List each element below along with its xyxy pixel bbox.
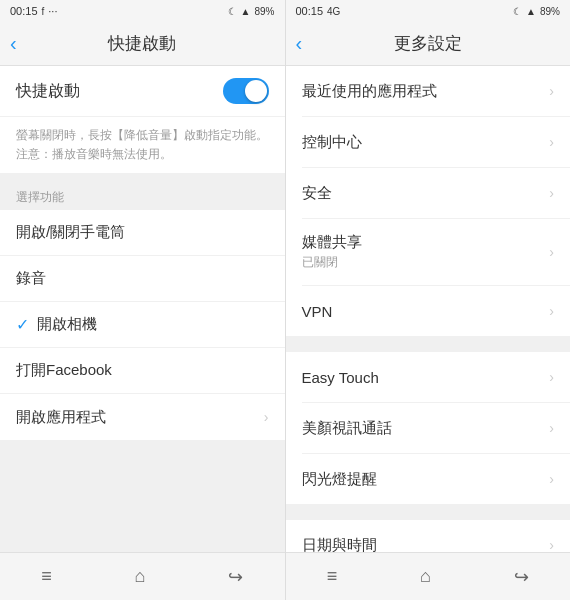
dots-icon: ··· [48,5,57,17]
fb-icon: f [42,6,45,17]
function-list: 開啟/關閉手電筒 錄音 ✓ 開啟相機 打開Facebook 開啟應用程式 › [0,210,285,440]
menu-title-datetime: 日期與時間 [302,536,550,553]
right-content: 最近使用的應用程式 › 控制中心 › 安全 › 媒體共享 [286,66,571,552]
item-text-record: 錄音 [16,269,269,288]
arrow-recent: › [549,83,554,99]
header-right: ‹ 更多設定 [286,22,571,66]
menu-group-2: Easy Touch › 美顏視訊通話 › 閃光燈提醒 › [286,352,571,504]
menu-icon-right: ≡ [327,566,338,587]
menu-title-vpn: VPN [302,303,550,320]
toggle-knob [245,80,267,102]
nav-menu-right[interactable]: ≡ [307,558,358,595]
arrow-security: › [549,185,554,201]
quick-launch-label: 快捷啟動 [16,81,80,102]
list-item-facebook[interactable]: 打開Facebook [0,348,285,394]
back-icon-right: ↩ [514,566,529,588]
menu-item-vpn[interactable]: VPN › [286,286,571,336]
back-button-right[interactable]: ‹ [296,32,303,55]
bottom-nav-left: ≡ ⌂ ↩ [0,552,285,600]
list-item-record[interactable]: 錄音 [0,256,285,302]
arrow-vpn: › [549,303,554,319]
group-divider-1 [286,344,571,352]
nav-home-right[interactable]: ⌂ [400,558,451,595]
menu-title-easy-touch: Easy Touch [302,369,550,386]
back-button-left[interactable]: ‹ [10,32,17,55]
battery-right: 89% [540,6,560,17]
list-item-open-app[interactable]: 開啟應用程式 › [0,394,285,440]
page-title-left: 快捷啟動 [108,32,176,55]
moon-icon-right: ☾ [513,6,522,17]
menu-title-media: 媒體共享 [302,233,550,252]
wifi-icon-right: ▲ [526,6,536,17]
menu-item-beauty-call[interactable]: 美顏視訊通話 › [286,403,571,453]
select-function-label: 選擇功能 [0,181,285,210]
item-text-facebook: 打開Facebook [16,361,269,380]
back-icon-left: ↩ [228,566,243,588]
menu-subtitle-media: 已關閉 [302,254,550,271]
status-time-right: 00:15 [296,5,324,17]
status-bar-right: 00:15 4G ☾ ▲ 89% [286,0,571,22]
nav-menu-left[interactable]: ≡ [21,558,72,595]
arrow-icon-app: › [264,409,269,425]
back-chevron-left: ‹ [10,32,17,55]
moon-icon: ☾ [228,6,237,17]
arrow-easy-touch: › [549,369,554,385]
left-screen: 00:15 f ··· ☾ ▲ 89% ‹ 快捷啟動 快捷啟動 螢幕關閉時，長按… [0,0,285,600]
quick-launch-toggle-row: 快捷啟動 [0,66,285,117]
page-title-right: 更多設定 [394,32,462,55]
arrow-datetime: › [549,537,554,552]
home-icon-left: ⌂ [135,566,146,587]
list-item-camera[interactable]: ✓ 開啟相機 [0,302,285,348]
menu-icon-left: ≡ [41,566,52,587]
menu-title-flash: 閃光燈提醒 [302,470,550,489]
item-text-camera: 開啟相機 [37,315,269,334]
menu-title-control: 控制中心 [302,133,550,152]
menu-item-recent-apps[interactable]: 最近使用的應用程式 › [286,66,571,116]
menu-group-1: 最近使用的應用程式 › 控制中心 › 安全 › 媒體共享 [286,66,571,336]
menu-title-recent: 最近使用的應用程式 [302,82,550,101]
arrow-flash: › [549,471,554,487]
quick-launch-toggle[interactable] [223,78,269,104]
battery-left: 89% [254,6,274,17]
nav-back-left[interactable]: ↩ [208,558,263,596]
menu-group-3: 日期與時間 › 定時任務 › 備份與重設 › [286,520,571,552]
home-icon-right: ⌂ [420,566,431,587]
nav-home-left[interactable]: ⌂ [115,558,166,595]
description-box: 螢幕關閉時，長按【降低音量】啟動指定功能。注意：播放音樂時無法使用。 [0,117,285,173]
left-content: 快捷啟動 螢幕關閉時，長按【降低音量】啟動指定功能。注意：播放音樂時無法使用。 … [0,66,285,552]
item-text-open-app: 開啟應用程式 [16,408,264,427]
menu-title-beauty: 美顏視訊通話 [302,419,550,438]
description-text: 螢幕關閉時，長按【降低音量】啟動指定功能。注意：播放音樂時無法使用。 [16,128,268,161]
menu-item-easy-touch[interactable]: Easy Touch › [286,352,571,402]
signal-icon-right: 4G [327,6,340,17]
status-time-left: 00:15 [10,5,38,17]
menu-item-datetime[interactable]: 日期與時間 › [286,520,571,552]
menu-item-flash-alert[interactable]: 閃光燈提醒 › [286,454,571,504]
menu-title-security: 安全 [302,184,550,203]
wifi-icon-left: ▲ [241,6,251,17]
menu-item-control-center[interactable]: 控制中心 › [286,117,571,167]
group-divider-2 [286,512,571,520]
right-screen: 00:15 4G ☾ ▲ 89% ‹ 更多設定 最近使用的應用程式 › [286,0,571,600]
nav-back-right[interactable]: ↩ [494,558,549,596]
arrow-control: › [549,134,554,150]
arrow-beauty: › [549,420,554,436]
bottom-nav-right: ≡ ⌂ ↩ [286,552,571,600]
list-item-torch[interactable]: 開啟/關閉手電筒 [0,210,285,256]
back-chevron-right: ‹ [296,32,303,55]
check-icon: ✓ [16,315,29,334]
menu-item-media-share[interactable]: 媒體共享 已關閉 › [286,219,571,285]
menu-item-security[interactable]: 安全 › [286,168,571,218]
header-left: ‹ 快捷啟動 [0,22,285,66]
status-bar-left: 00:15 f ··· ☾ ▲ 89% [0,0,285,22]
arrow-media: › [549,244,554,260]
item-text-torch: 開啟/關閉手電筒 [16,223,269,242]
